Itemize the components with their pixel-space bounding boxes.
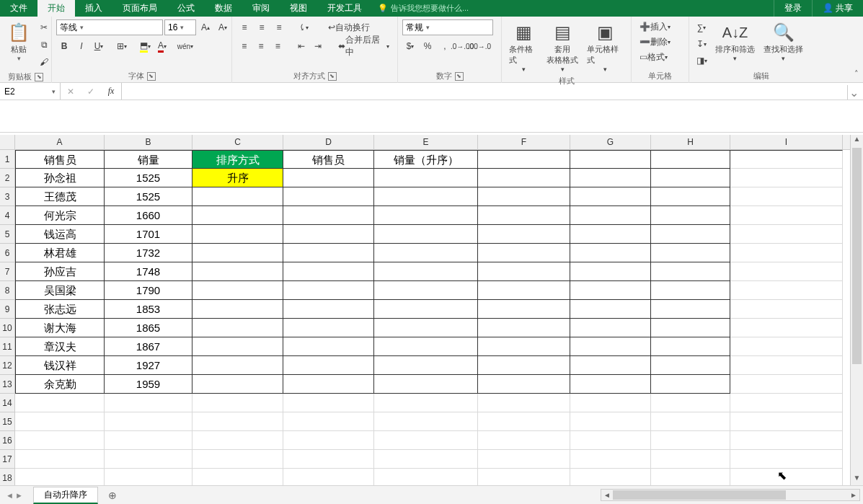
align-bottom-button[interactable]: ≡ <box>271 19 287 35</box>
cell[interactable] <box>570 281 651 300</box>
conditional-format-button[interactable]: ▦条件格式▾ <box>506 19 541 74</box>
cell[interactable] <box>283 394 374 412</box>
tab-view[interactable]: 视图 <box>280 0 317 17</box>
cell[interactable] <box>651 356 730 375</box>
select-all-corner[interactable] <box>0 135 15 150</box>
row-header[interactable]: 10 <box>0 319 14 337</box>
format-as-table-button[interactable]: ▤套用 表格格式▾ <box>544 19 581 74</box>
cell[interactable] <box>374 281 478 300</box>
cell[interactable] <box>478 337 570 356</box>
row-header[interactable]: 11 <box>0 337 14 356</box>
cell[interactable] <box>478 206 570 225</box>
cell[interactable] <box>478 225 570 244</box>
align-center-button[interactable]: ≡ <box>253 38 268 54</box>
fill-color-button[interactable]: ⬒▾ <box>137 38 153 54</box>
cell[interactable] <box>730 262 843 281</box>
increase-font-button[interactable]: A▴ <box>198 19 213 35</box>
cell[interactable] <box>478 150 570 169</box>
cell[interactable] <box>651 169 730 187</box>
tab-developer[interactable]: 开发工具 <box>317 0 372 17</box>
tab-formulas[interactable]: 公式 <box>167 0 205 17</box>
col-header-g[interactable]: G <box>570 135 651 149</box>
cell[interactable] <box>374 394 478 412</box>
cell[interactable] <box>192 356 283 375</box>
cell[interactable] <box>478 450 570 469</box>
cell[interactable] <box>192 337 283 356</box>
cell[interactable] <box>651 412 730 431</box>
share-button[interactable]: 👤 共享 <box>812 0 863 17</box>
cell[interactable] <box>15 412 105 431</box>
horizontal-scrollbar[interactable]: ◄ ► <box>601 489 860 501</box>
cell[interactable] <box>570 244 651 262</box>
cell[interactable] <box>478 169 570 187</box>
cell[interactable] <box>730 187 843 206</box>
cell[interactable] <box>730 412 843 431</box>
cell[interactable] <box>570 356 651 375</box>
confirm-formula-button[interactable]: ✓ <box>81 84 101 100</box>
col-header-e[interactable]: E <box>374 135 478 149</box>
cell[interactable] <box>570 319 651 337</box>
cell[interactable] <box>651 150 730 169</box>
cell[interactable]: 孙应吉 <box>15 262 105 281</box>
tab-file[interactable]: 文件 <box>0 0 37 17</box>
cell-styles-button[interactable]: ▣单元格样式▾ <box>584 19 627 74</box>
format-painter-button[interactable]: 🖌 <box>36 54 52 70</box>
cell[interactable]: 1748 <box>105 262 192 281</box>
col-header-a[interactable]: A <box>15 135 105 149</box>
cell[interactable] <box>651 187 730 206</box>
sheet-nav-prev[interactable]: ◄ <box>6 491 14 500</box>
number-launcher[interactable]: ⬊ <box>455 72 464 81</box>
cell[interactable] <box>283 337 374 356</box>
paste-button[interactable]: 📋 粘贴 ▾ <box>4 19 33 63</box>
cell[interactable] <box>651 337 730 356</box>
fill-button[interactable]: ↧▾ <box>694 36 709 52</box>
collapse-ribbon-button[interactable]: ˄ <box>854 69 859 79</box>
percent-button[interactable]: % <box>420 38 435 54</box>
cell[interactable] <box>105 412 192 431</box>
col-header-i[interactable]: I <box>730 135 843 149</box>
cell[interactable] <box>570 394 651 412</box>
cell[interactable] <box>478 187 570 206</box>
cell[interactable] <box>730 225 843 244</box>
col-header-b[interactable]: B <box>105 135 192 149</box>
align-launcher[interactable]: ⬊ <box>328 72 337 81</box>
cell[interactable] <box>374 244 478 262</box>
row-header[interactable]: 2 <box>0 169 14 187</box>
expand-formula-bar-button[interactable]: ⌄ <box>847 85 860 100</box>
cell[interactable]: 升序 <box>192 169 283 187</box>
cell[interactable] <box>283 281 374 300</box>
cell[interactable]: 1959 <box>105 375 192 394</box>
cell[interactable] <box>478 300 570 319</box>
orientation-button[interactable]: ⤹▾ <box>296 19 311 35</box>
align-middle-button[interactable]: ≡ <box>254 19 270 35</box>
cell[interactable] <box>283 431 374 450</box>
copy-button[interactable]: ⧉ <box>36 37 52 53</box>
name-box[interactable]: E2▾ <box>0 83 61 100</box>
tab-data[interactable]: 数据 <box>205 0 242 17</box>
row-header[interactable]: 14 <box>0 394 14 412</box>
wrap-text-button[interactable]: ↩ 自动换行 <box>324 19 373 35</box>
phonetic-button[interactable]: wén▾ <box>177 38 193 54</box>
cancel-formula-button[interactable]: ✕ <box>61 84 81 100</box>
cell[interactable] <box>478 375 570 394</box>
cell[interactable]: 1701 <box>105 225 192 244</box>
cell[interactable] <box>570 300 651 319</box>
align-left-button[interactable]: ≡ <box>236 38 252 54</box>
cell[interactable] <box>192 412 283 431</box>
cell[interactable] <box>570 450 651 469</box>
cell[interactable] <box>651 431 730 450</box>
cell[interactable] <box>651 300 730 319</box>
cell[interactable]: 排序方式 <box>192 150 283 169</box>
cell[interactable]: 1660 <box>105 206 192 225</box>
cell[interactable] <box>192 431 283 450</box>
cell[interactable] <box>570 412 651 431</box>
clipboard-launcher[interactable]: ⬊ <box>35 73 43 81</box>
cell[interactable]: 钱汉祥 <box>15 356 105 375</box>
row-header[interactable]: 17 <box>0 450 14 469</box>
cell[interactable] <box>570 431 651 450</box>
cell[interactable]: 1525 <box>105 187 192 206</box>
border-button[interactable]: ⊞▾ <box>114 38 130 54</box>
cell[interactable] <box>478 262 570 281</box>
row-header[interactable]: 3 <box>0 187 14 206</box>
scroll-left-button[interactable]: ◄ <box>601 491 613 499</box>
